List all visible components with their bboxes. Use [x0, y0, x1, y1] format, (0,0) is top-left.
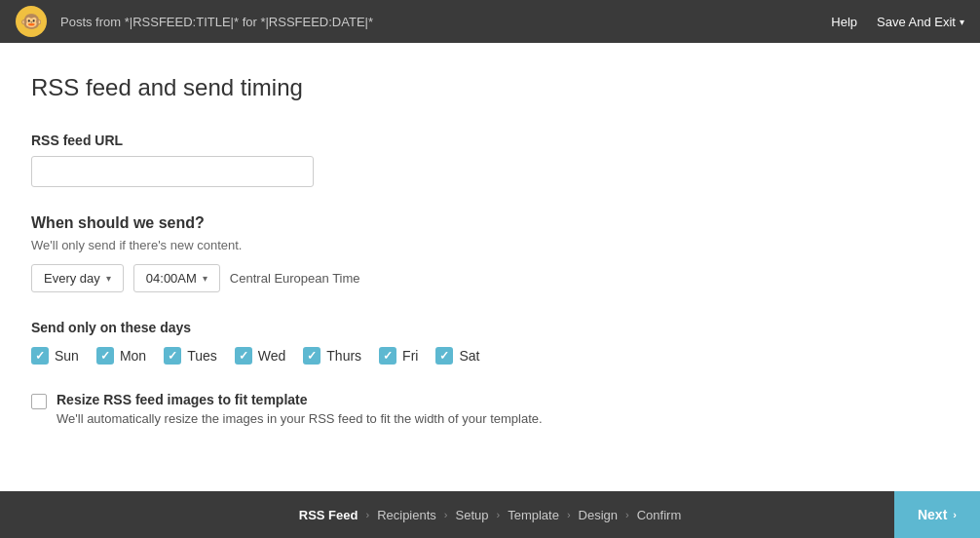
days-row: ✓Sun✓Mon✓Tues✓Wed✓Thurs✓Fri✓Sat [31, 347, 949, 365]
logo: 🐵 [16, 6, 47, 37]
frequency-dropdown[interactable]: Every day ▾ [31, 264, 124, 292]
when-send-title: When should we send? [31, 214, 949, 232]
checkmark-icon: ✓ [307, 350, 317, 362]
breadcrumb-separator: › [365, 509, 369, 520]
checkmark-icon: ✓ [383, 350, 393, 362]
day-label-tues: Tues [187, 348, 217, 364]
day-label-wed: Wed [258, 348, 286, 364]
next-button[interactable]: Next › [894, 491, 980, 538]
day-checkbox-thurs[interactable]: ✓ [303, 347, 320, 365]
breadcrumb-nav: RSS Feed›Recipients›Setup›Template›Desig… [299, 508, 681, 522]
day-label-fri: Fri [402, 348, 418, 364]
nav-title: Posts from *|RSSFEED:TITLE|* for *|RSSFE… [60, 15, 831, 29]
time-dropdown[interactable]: 04:00AM ▾ [133, 264, 220, 292]
top-navigation: 🐵 Posts from *|RSSFEED:TITLE|* for *|RSS… [0, 0, 980, 43]
bottom-bar: RSS Feed›Recipients›Setup›Template›Desig… [0, 491, 980, 538]
day-label-sat: Sat [459, 348, 479, 364]
day-item: ✓Sun [31, 347, 79, 365]
rss-feed-url-input[interactable] [31, 156, 314, 187]
breadcrumb-step-confirm: Confirm [637, 508, 682, 522]
day-label-thurs: Thurs [326, 348, 361, 364]
next-label: Next [918, 507, 947, 522]
frequency-chevron-icon: ▾ [106, 273, 111, 284]
day-item: ✓Mon [96, 347, 146, 365]
day-checkbox-mon[interactable]: ✓ [96, 347, 114, 365]
day-item: ✓Tues [164, 347, 217, 365]
checkmark-icon: ✓ [35, 350, 45, 362]
resize-checkbox[interactable] [31, 394, 47, 409]
resize-description: We'll automatically resize the images in… [57, 411, 543, 426]
save-exit-button[interactable]: Save And Exit ▾ [877, 15, 964, 29]
breadcrumb-separator: › [444, 509, 448, 520]
nav-actions: Help Save And Exit ▾ [831, 15, 964, 29]
send-days-section: Send only on these days ✓Sun✓Mon✓Tues✓We… [31, 320, 949, 365]
day-label-mon: Mon [120, 348, 146, 364]
timezone-label: Central European Time [230, 271, 360, 286]
checkmark-icon: ✓ [239, 350, 248, 362]
day-checkbox-sun[interactable]: ✓ [31, 347, 49, 365]
time-chevron-icon: ▾ [203, 273, 207, 284]
day-checkbox-sat[interactable]: ✓ [435, 347, 453, 365]
page-title: RSS feed and send timing [31, 74, 949, 101]
main-content: RSS feed and send timing RSS feed URL Wh… [0, 43, 980, 491]
resize-section: Resize RSS feed images to fit template W… [31, 392, 949, 426]
checkmark-icon: ✓ [168, 350, 177, 362]
breadcrumb-step-setup: Setup [456, 508, 489, 522]
frequency-value: Every day [44, 271, 100, 286]
breadcrumb-step-template: Template [508, 508, 559, 522]
day-item: ✓Thurs [303, 347, 361, 365]
rss-feed-url-section: RSS feed URL [31, 133, 949, 187]
day-checkbox-fri[interactable]: ✓ [379, 347, 396, 365]
send-days-title: Send only on these days [31, 320, 949, 335]
save-exit-label: Save And Exit [877, 15, 956, 29]
day-checkbox-tues[interactable]: ✓ [164, 347, 181, 365]
rss-feed-url-label: RSS feed URL [31, 133, 949, 148]
breadcrumb-separator: › [567, 509, 571, 520]
day-item: ✓Wed [235, 347, 286, 365]
resize-title: Resize RSS feed images to fit template [57, 392, 543, 407]
next-chevron-icon: › [953, 509, 957, 520]
resize-text-block: Resize RSS feed images to fit template W… [57, 392, 543, 426]
when-send-section: When should we send? We'll only send if … [31, 214, 949, 292]
breadcrumb-separator: › [496, 509, 500, 520]
breadcrumb-step-recipients: Recipients [377, 508, 436, 522]
checkmark-icon: ✓ [439, 350, 449, 362]
send-controls: Every day ▾ 04:00AM ▾ Central European T… [31, 264, 949, 292]
breadcrumb-separator: › [625, 509, 629, 520]
breadcrumb-step-design: Design [579, 508, 618, 522]
save-exit-chevron-icon: ▾ [960, 17, 964, 27]
day-label-sun: Sun [55, 348, 79, 364]
time-value: 04:00AM [146, 271, 197, 286]
day-item: ✓Sat [435, 347, 479, 365]
day-item: ✓Fri [379, 347, 418, 365]
checkmark-icon: ✓ [100, 350, 110, 362]
help-link[interactable]: Help [831, 15, 857, 29]
breadcrumb-step-rss-feed: RSS Feed [299, 508, 358, 522]
when-send-subtitle: We'll only send if there's new content. [31, 238, 949, 252]
day-checkbox-wed[interactable]: ✓ [235, 347, 252, 365]
